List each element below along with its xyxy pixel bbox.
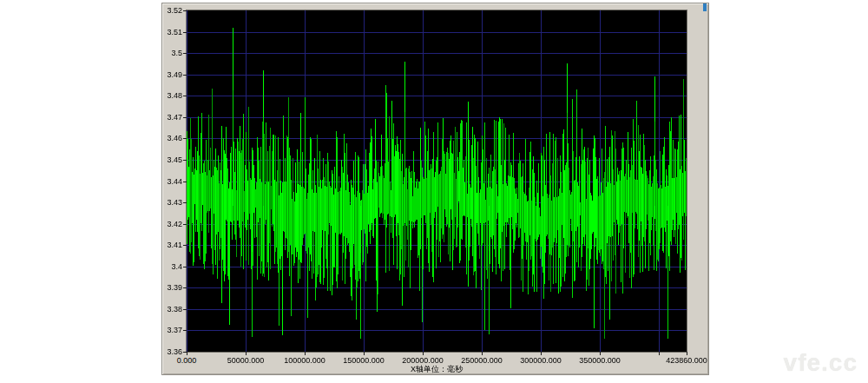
scrollbar-thumb[interactable] [703,3,707,11]
y-tick-label: 3.38 [162,305,182,314]
y-tick-mark [183,10,187,11]
y-tick-mark [183,138,187,139]
x-tick-label: 250000.000 [450,356,513,365]
y-tick-mark [183,75,187,76]
y-tick-mark [183,245,187,246]
x-tick-mark [482,352,483,355]
x-tick-label: 300000.000 [510,356,572,365]
x-tick-mark [687,352,687,355]
y-tick-mark [183,182,187,182]
chart-panel: 3.523.513.53.493.483.473.463.453.443.433… [161,3,709,375]
y-tick-mark [183,96,187,96]
plot-area [187,10,687,352]
y-tick-label: 3.4 [162,262,182,271]
y-tick-label: 3.5 [162,49,182,57]
x-tick-mark [659,352,660,355]
y-tick-label: 3.46 [162,134,182,142]
y-tick-label: 3.51 [162,28,182,36]
x-tick-label: 423860.000 [655,356,718,365]
y-tick-mark [183,202,187,203]
y-tick-label: 3.39 [162,283,182,292]
y-tick-mark [183,330,187,331]
x-tick-mark [423,352,424,355]
x-tick-mark [246,352,247,355]
y-tick-label: 3.44 [162,177,182,186]
y-tick-label: 3.49 [162,70,182,79]
watermark: vfe.cc [784,349,858,377]
y-tick-mark [183,160,187,161]
y-tick-mark [183,267,187,267]
x-tick-label: 350000.000 [569,356,631,365]
x-tick-label: 200000.000 [391,356,454,365]
y-tick-label: 3.45 [162,155,182,164]
y-tick-label: 3.42 [162,220,182,228]
y-tick-label: 3.37 [162,326,182,334]
x-tick-mark [305,352,306,355]
y-tick-label: 3.47 [162,113,182,122]
y-tick-mark [183,117,187,118]
y-tick-label: 3.41 [162,241,182,249]
x-tick-mark [600,352,601,355]
x-axis-unit-label: X轴单位：毫秒 [187,365,687,373]
x-tick-label: 0.000 [155,356,218,365]
y-tick-label: 3.48 [162,91,182,100]
x-tick-label: 50000.000 [214,356,277,365]
y-tick-mark [183,309,187,310]
plot-frame [186,10,687,353]
x-tick-label: 150000.000 [332,356,395,365]
y-tick-mark [183,224,187,225]
x-tick-label: 100000.000 [273,356,336,365]
x-tick-mark [364,352,365,355]
x-tick-mark [187,352,187,355]
y-tick-mark [183,53,187,54]
screen: 3.523.513.53.493.483.473.463.453.443.433… [0,0,868,383]
y-tick-label: 3.52 [162,6,182,15]
y-tick-mark [183,32,187,33]
x-tick-mark [541,352,542,355]
y-tick-label: 3.43 [162,198,182,207]
y-tick-label: 3.36 [162,347,182,356]
y-tick-mark [183,287,187,288]
